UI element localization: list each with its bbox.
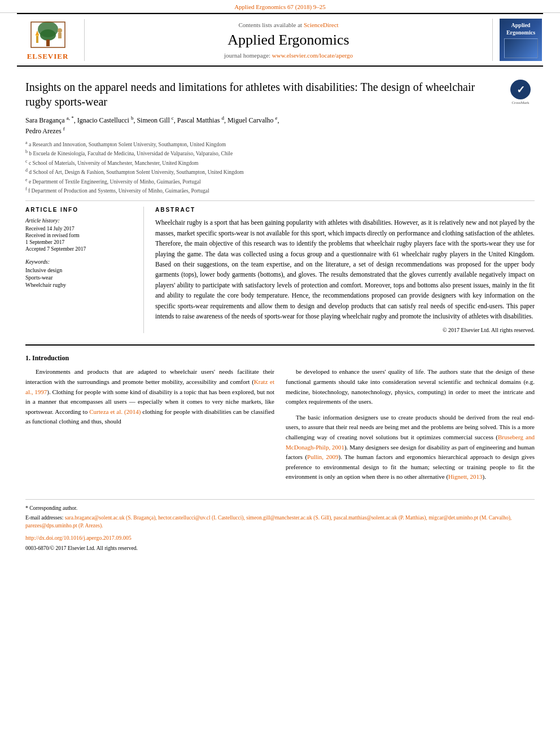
ref-pullin[interactable]: Pullin, 2009 bbox=[307, 453, 339, 460]
affiliation-e: e e Department of Textile Engineering, U… bbox=[25, 177, 535, 186]
affiliation-c: c c School of Materials, University of M… bbox=[25, 158, 535, 167]
article-info-box: Article history: Received 14 July 2017 R… bbox=[25, 217, 138, 252]
corresponding-label: * Corresponding author. bbox=[25, 504, 535, 512]
footnote-area: * Corresponding author. E-mail addresses… bbox=[25, 499, 535, 552]
svg-point-3 bbox=[58, 28, 62, 33]
keyword-2: Sports-wear bbox=[25, 274, 138, 281]
email-footnote: E-mail addresses: sara.braganca@solent.a… bbox=[25, 514, 535, 530]
journal-logo-title: AppliedErgonomics bbox=[506, 21, 535, 36]
homepage-line: journal homepage: www.elsevier.com/locat… bbox=[96, 52, 481, 59]
homepage-link[interactable]: www.elsevier.com/locate/apergo bbox=[272, 52, 353, 59]
abstract-heading: ABSTRACT bbox=[155, 207, 535, 213]
keywords-label: Keywords: bbox=[25, 259, 138, 265]
ref-curteza[interactable]: Curteza et al. (2014) bbox=[89, 408, 141, 415]
keywords-section: Keywords: Inclusive design Sports-wear W… bbox=[25, 259, 138, 288]
author-pascal: Pascal Matthias d bbox=[177, 116, 224, 124]
separator bbox=[25, 200, 535, 201]
abstract-column: ABSTRACT Wheelchair rugby is a sport tha… bbox=[155, 207, 535, 333]
intro-columns: Environments and products that are adapt… bbox=[25, 367, 535, 488]
intro-para-3: The basic information designers use to c… bbox=[286, 413, 535, 482]
article-body: Insights on the apparel needs and limita… bbox=[0, 67, 560, 561]
author-miguel: Miguel Carvalho e bbox=[228, 116, 278, 124]
ref-bruseberg[interactable]: Bruseberg and McDonagh-Philp, 2001 bbox=[286, 434, 535, 451]
contents-line: Contents lists available at ScienceDirec… bbox=[96, 21, 481, 28]
article-title-section: Insights on the apparel needs and limita… bbox=[25, 75, 535, 109]
journal-logo-box: AppliedErgonomics bbox=[500, 19, 542, 61]
author-ignacio: Ignacio Castellucci b bbox=[77, 116, 134, 124]
affiliations: a a Research and Innovation, Southampton… bbox=[25, 139, 535, 195]
doi-link[interactable]: http://dx.doi.org/10.1016/j.apergo.2017.… bbox=[25, 534, 535, 542]
intro-para-2: be developed to enhance the users' quali… bbox=[286, 367, 535, 407]
history-label: Article history: bbox=[25, 217, 138, 224]
author-pedro: Pedro Arezes f bbox=[25, 127, 65, 135]
journal-citation-bar: Applied Ergonomics 67 (2018) 9–25 bbox=[0, 0, 560, 13]
svg-rect-4 bbox=[58, 33, 62, 38]
svg-rect-2 bbox=[46, 40, 50, 46]
page-divider bbox=[25, 344, 535, 346]
author-simeon: Simeon Gill c bbox=[137, 116, 173, 124]
authors-line: Sara Bragança a, *, Ignacio Castellucci … bbox=[25, 115, 535, 136]
elsevier-logo: ELSEVIER bbox=[17, 19, 85, 61]
intro-left-col: Environments and products that are adapt… bbox=[25, 367, 274, 488]
issn-line: 0003-6870/© 2017 Elsevier Ltd. All right… bbox=[25, 544, 535, 552]
abstract-text: Wheelchair rugby is a sport that has bee… bbox=[155, 217, 535, 321]
elsevier-text: ELSEVIER bbox=[27, 52, 69, 61]
ref-hignett[interactable]: Hignett, 2013 bbox=[448, 473, 483, 480]
svg-rect-5 bbox=[36, 35, 38, 43]
article-title: Insights on the apparel needs and limita… bbox=[25, 80, 506, 109]
copyright-line: © 2017 Elsevier Ltd. All rights reserved… bbox=[155, 327, 535, 333]
affiliation-d: d d School of Art, Design & Fashion, Sou… bbox=[25, 167, 535, 176]
crossmark-badge: ✓ CrossMark bbox=[506, 80, 535, 105]
affiliation-f: f f Department of Production and Systems… bbox=[25, 186, 535, 195]
revised-date: 1 September 2017 bbox=[25, 239, 138, 245]
journal-header: ELSEVIER Contents lists available at Sci… bbox=[17, 13, 543, 67]
affiliation-a: a a Research and Innovation, Southampton… bbox=[25, 139, 535, 148]
email-link[interactable]: sara.braganca@solent.ac.uk (S. Bragança)… bbox=[25, 515, 511, 528]
intro-heading: 1. Introduction bbox=[25, 354, 535, 362]
received-date: Received 14 July 2017 bbox=[25, 226, 138, 231]
affiliation-b: b b Escuela de Kinesiología, Facultad de… bbox=[25, 148, 535, 158]
accepted-date: Accepted 7 September 2017 bbox=[25, 246, 138, 252]
revised-label: Received in revised form bbox=[25, 233, 138, 238]
intro-right-col: be developed to enhance the users' quali… bbox=[286, 367, 535, 488]
info-abstract-columns: ARTICLE INFO Article history: Received 1… bbox=[25, 207, 535, 333]
sciencedirect-link[interactable]: ScienceDirect bbox=[304, 21, 339, 28]
journal-center: Contents lists available at ScienceDirec… bbox=[85, 21, 492, 59]
keyword-3: Wheelchair rugby bbox=[25, 282, 138, 288]
intro-para-1: Environments and products that are adapt… bbox=[25, 367, 274, 427]
journal-citation: Applied Ergonomics 67 (2018) 9–25 bbox=[234, 3, 326, 10]
article-info-column: ARTICLE INFO Article history: Received 1… bbox=[25, 207, 144, 333]
svg-point-1 bbox=[40, 29, 56, 41]
journal-logo-right: AppliedErgonomics bbox=[492, 19, 543, 61]
keyword-1: Inclusive design bbox=[25, 267, 138, 273]
article-info-heading: ARTICLE INFO bbox=[25, 207, 138, 213]
journal-title: Applied Ergonomics bbox=[96, 32, 481, 49]
ref-kratz[interactable]: Kratz et al., 1997 bbox=[25, 378, 274, 395]
crossmark-text: CrossMark bbox=[511, 101, 529, 105]
author-sara: Sara Bragança a, * bbox=[25, 116, 74, 124]
introduction-section: 1. Introduction Environments and product… bbox=[25, 354, 535, 488]
crossmark-circle: ✓ bbox=[510, 80, 531, 99]
